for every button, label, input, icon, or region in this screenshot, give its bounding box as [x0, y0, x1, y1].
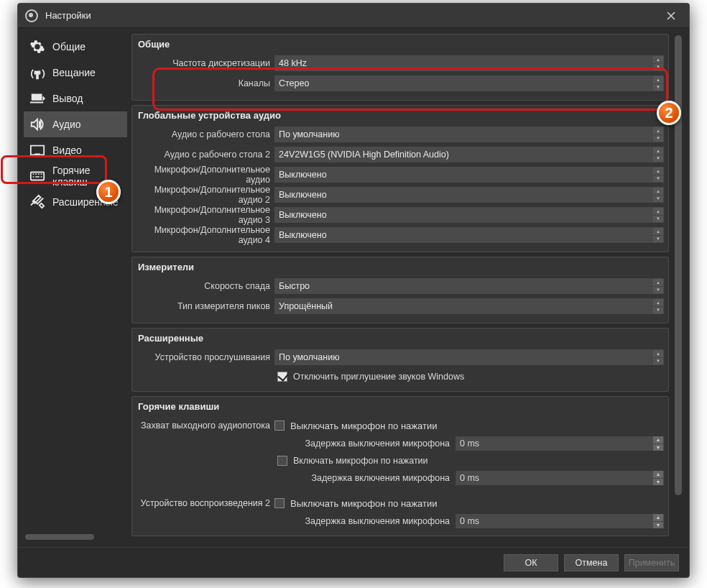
window-title: Настройки: [45, 10, 660, 21]
sidebar-item-audio[interactable]: Аудио: [24, 111, 127, 137]
spinner-icon: ▲▼: [653, 350, 663, 364]
video-icon: [29, 142, 45, 158]
annotation-badge-2: 2: [657, 101, 681, 125]
mic-aux-3-select[interactable]: Выключено▲▼: [274, 207, 664, 223]
mute-on-press-label: Выключать микрофон по нажатии: [290, 498, 437, 509]
ducking-checkbox[interactable]: [277, 372, 287, 382]
decay-label: Скорость спада: [137, 281, 270, 291]
unmute-on-press-checkbox[interactable]: [277, 456, 287, 466]
unmute-on-press-label: Включать микрофон по нажатии: [293, 456, 428, 466]
mic-aux-2-select[interactable]: Выключено▲▼: [274, 187, 664, 203]
group-advanced: Расширенные Устройство прослушиванияПо у…: [131, 328, 669, 392]
spinner-icon: ▲▼: [653, 56, 663, 70]
channels-select[interactable]: Стерео▲▼: [274, 75, 664, 91]
spinner-icon: ▲▼: [653, 436, 663, 451]
unmute-delay-input[interactable]: 0 ms▲▼: [456, 471, 664, 485]
desktop-audio-2-select[interactable]: 24V2W1G5 (NVIDIA High Definition Audio)▲…: [274, 147, 664, 162]
group-title: Общие: [138, 39, 664, 50]
mute-on-press-checkbox-2[interactable]: [274, 498, 285, 508]
spinner-icon: ▲▼: [653, 208, 663, 222]
sidebar-item-label: Общие: [52, 41, 86, 52]
mute-delay-input[interactable]: 0 ms▲▼: [456, 436, 664, 451]
close-icon: [667, 12, 675, 20]
mic-aux-select[interactable]: Выключено▲▼: [274, 167, 664, 183]
audio-icon: [29, 116, 45, 132]
sidebar-item-output[interactable]: Вывод: [24, 86, 127, 111]
monitor-label: Устройство прослушивания: [137, 352, 270, 362]
device-label: Микрофон/Дополнительное аудио: [137, 165, 270, 185]
device-label: Микрофон/Дополнительное аудио 4: [137, 225, 270, 245]
titlebar: Настройки: [18, 4, 689, 28]
sample-rate-select[interactable]: 48 kHz▲▼: [274, 55, 664, 71]
mic-aux-4-select[interactable]: Выключено▲▼: [274, 227, 664, 243]
sidebar: Общие Вещание Вывод Аудио Видео Горячие …: [24, 34, 127, 541]
keyboard-icon: [29, 168, 45, 184]
output-icon: [29, 91, 45, 106]
decay-select[interactable]: Быстро▲▼: [274, 278, 664, 294]
device-label: Аудио с рабочего стола: [137, 129, 270, 139]
gear-icon: [29, 39, 45, 55]
peak-select[interactable]: Упрощённый▲▼: [274, 298, 664, 314]
spinner-icon: ▲▼: [653, 147, 663, 162]
device-label: Микрофон/Дополнительное аудио 3: [137, 205, 270, 225]
group-devices: Глобальные устройства аудио Аудио с рабо…: [131, 105, 669, 252]
mute-on-press-label: Выключать микрофон по нажатии: [290, 421, 437, 431]
spinner-icon: ▲▼: [653, 188, 663, 202]
spinner-icon: ▲▼: [653, 299, 663, 313]
group-title: Глобальные устройства аудио: [138, 110, 664, 121]
ducking-label: Отключить приглушение звуков Windows: [293, 372, 464, 382]
monitor-select[interactable]: По умолчанию▲▼: [274, 349, 664, 365]
group-title: Расширенные: [138, 333, 664, 344]
mute-delay-label: Задержка выключения микрофона: [277, 516, 450, 526]
group-title: Горячие клавиши: [138, 401, 664, 412]
spinner-icon: ▲▼: [653, 514, 663, 528]
broadcast-icon: [29, 65, 45, 81]
spinner-icon: ▲▼: [653, 471, 663, 485]
spinner-icon: ▲▼: [653, 127, 663, 142]
sidebar-item-label: Вывод: [52, 93, 83, 104]
sample-rate-label: Частота дискретизации: [137, 58, 270, 68]
sidebar-item-general[interactable]: Общие: [24, 34, 127, 60]
device-label: Аудио с рабочего стола 2: [137, 150, 270, 160]
sidebar-item-label: Вещание: [52, 67, 96, 78]
app-icon: [25, 9, 38, 22]
annotation-badge-1: 1: [96, 180, 121, 204]
spinner-icon: ▲▼: [653, 76, 663, 91]
hotkey-block-header: Захват выходного аудиопотока: [137, 421, 270, 431]
desktop-audio-select[interactable]: По умолчанию▲▼: [274, 127, 664, 142]
mute-delay-input-2[interactable]: 0 ms▲▼: [456, 514, 664, 528]
spinner-icon: ▲▼: [653, 167, 663, 182]
group-hotkeys: Горячие клавиши Захват выходного аудиопо…: [131, 396, 669, 536]
sidebar-item-stream[interactable]: Вещание: [24, 60, 127, 86]
spinner-icon: ▲▼: [653, 228, 663, 242]
sidebar-scrollbar[interactable]: [24, 533, 127, 541]
svg-rect-0: [31, 173, 44, 180]
dialog-footer: ОК Отмена Применить: [18, 547, 689, 577]
mute-on-press-checkbox[interactable]: [274, 421, 285, 431]
close-button[interactable]: [660, 5, 682, 27]
channels-label: Каналы: [137, 78, 270, 88]
apply-button[interactable]: Применить: [624, 554, 679, 571]
sidebar-item-video[interactable]: Видео: [24, 137, 127, 163]
cancel-button[interactable]: Отмена: [564, 554, 619, 571]
hotkey-block-header: Устройство воспроизведения 2: [137, 498, 270, 508]
mute-delay-label: Задержка выключения микрофона: [277, 438, 450, 449]
ok-button[interactable]: ОК: [504, 554, 558, 571]
spinner-icon: ▲▼: [653, 279, 663, 293]
unmute-delay-label: Задержка включения микрофона: [277, 473, 450, 483]
group-general: Общие Частота дискретизации 48 kHz▲▼ Кан…: [131, 34, 669, 101]
peak-label: Тип измерителя пиков: [137, 301, 270, 311]
group-title: Измерители: [138, 262, 664, 272]
group-meters: Измерители Скорость спадаБыстро▲▼ Тип из…: [131, 257, 669, 323]
settings-window: Настройки Общие Вещание Вывод Аудио: [17, 3, 690, 578]
settings-content: Общие Частота дискретизации 48 kHz▲▼ Кан…: [127, 34, 670, 541]
device-label: Микрофон/Дополнительное аудио 2: [137, 185, 270, 205]
sidebar-item-label: Видео: [52, 144, 82, 156]
tools-icon: [29, 194, 45, 210]
sidebar-item-label: Аудио: [52, 119, 81, 130]
